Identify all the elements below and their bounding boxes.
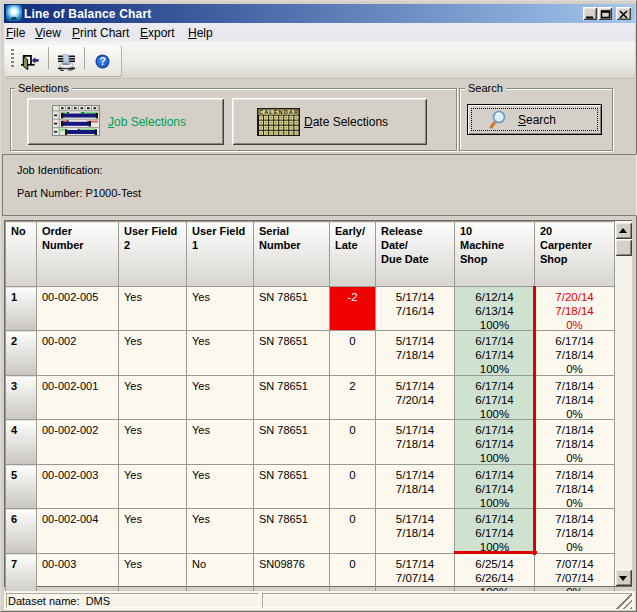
svg-text:?: ? — [99, 55, 105, 67]
svg-text:CALENDAR: CALENDAR — [259, 109, 298, 115]
